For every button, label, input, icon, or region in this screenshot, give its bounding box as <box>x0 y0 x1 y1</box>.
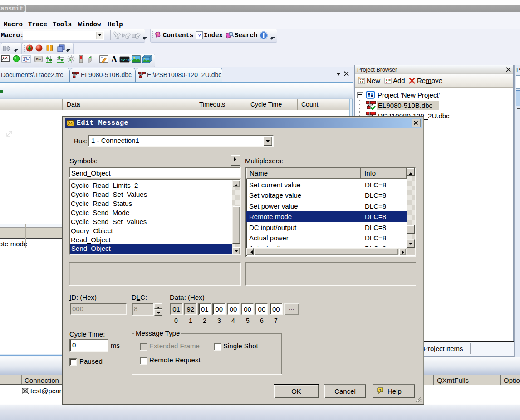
svg-text:?: ? <box>379 388 382 393</box>
svg-text:A: A <box>111 55 117 64</box>
svg-text:Btn: Btn <box>36 58 41 61</box>
svg-text:12:37: 12:37 <box>121 58 132 62</box>
